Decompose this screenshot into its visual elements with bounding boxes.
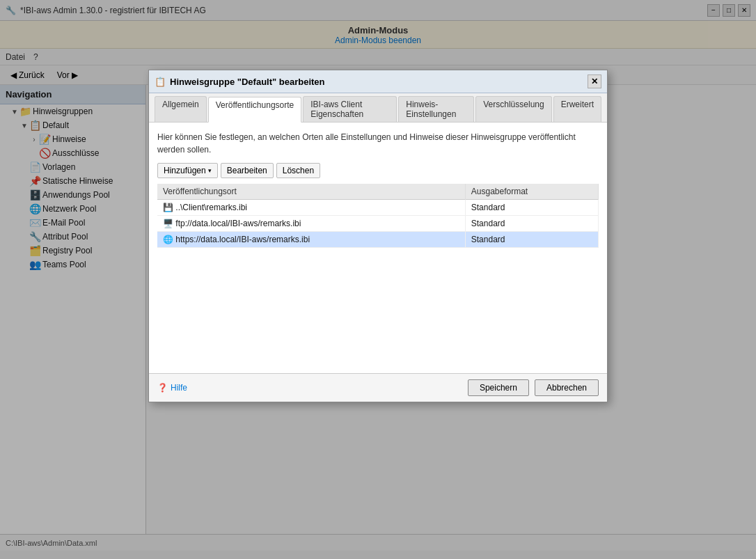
table-row[interactable]: 🌐 https://data.local/IBI-aws/remarks.ibi…	[157, 232, 599, 248]
modal-toolbar: Hinzufügen ▾ Bearbeiten Löschen	[157, 163, 599, 178]
col-path: Veröffentlichungsort	[157, 184, 465, 200]
modal-overlay: 📋 Hinweisgruppe "Default" bearbeiten ✕ A…	[0, 0, 756, 559]
tab-allgemein[interactable]: Allgemein	[155, 96, 207, 122]
row2-format: Standard	[465, 216, 598, 232]
modal-info-text: Hier können Sie festlegen, an welchen Or…	[157, 131, 599, 156]
row2-icon: 🖥️	[163, 219, 173, 228]
row1-format: Standard	[465, 200, 598, 216]
edit-label: Bearbeiten	[227, 166, 267, 175]
edit-button[interactable]: Bearbeiten	[221, 163, 274, 178]
row3-path-text: https://data.local/IBI-aws/remarks.ibi	[175, 235, 310, 244]
row2-path: 🖥️ ftp://data.local/IBI-aws/remarks.ibi	[157, 216, 465, 232]
table-header-row: Veröffentlichungsort Ausgabeformat	[157, 184, 599, 200]
modal-close-button[interactable]: ✕	[588, 74, 601, 88]
modal-dialog: 📋 Hinweisgruppe "Default" bearbeiten ✕ A…	[148, 70, 608, 402]
modal-body: Hier können Sie festlegen, an welchen Or…	[149, 123, 607, 373]
row1-icon: 💾	[163, 203, 173, 212]
row3-path: 🌐 https://data.local/IBI-aws/remarks.ibi	[157, 232, 465, 248]
cancel-button[interactable]: Abbrechen	[535, 379, 599, 396]
save-button[interactable]: Speichern	[468, 379, 529, 396]
modal-icon: 📋	[155, 77, 166, 87]
veröffentlichungsorte-table: Veröffentlichungsort Ausgabeformat 💾 ..\…	[157, 184, 599, 248]
add-button[interactable]: Hinzufügen ▾	[157, 163, 218, 178]
tab-erweitert[interactable]: Erweitert	[553, 96, 601, 122]
delete-button[interactable]: Löschen	[276, 163, 320, 178]
tab-hinweis-einstellungen[interactable]: Hinweis-Einstellungen	[398, 96, 474, 122]
table-row[interactable]: 🖥️ ftp://data.local/IBI-aws/remarks.ibi …	[157, 216, 599, 232]
row1-path-text: ..\Client\remarks.ibi	[175, 203, 247, 212]
delete-label: Löschen	[283, 166, 314, 175]
row2-path-text: ftp://data.local/IBI-aws/remarks.ibi	[175, 219, 301, 228]
help-label: Hilfe	[171, 383, 187, 393]
help-link[interactable]: ❓ Hilfe	[157, 383, 187, 393]
col-format: Ausgabeformat	[465, 184, 598, 200]
footer-buttons: Speichern Abbrechen	[468, 379, 599, 396]
row1-path: 💾 ..\Client\remarks.ibi	[157, 200, 465, 216]
row3-icon: 🌐	[163, 235, 173, 244]
tab-veroeffentlichungsorte[interactable]: Veröffentlichungsorte	[208, 97, 302, 123]
add-dropdown-icon: ▾	[208, 167, 212, 174]
modal-footer: ❓ Hilfe Speichern Abbrechen	[149, 373, 607, 402]
modal-title: Hinweisgruppe "Default" bearbeiten	[170, 77, 325, 87]
modal-title-bar: 📋 Hinweisgruppe "Default" bearbeiten ✕	[149, 70, 607, 93]
table-row[interactable]: 💾 ..\Client\remarks.ibi Standard	[157, 200, 599, 216]
tab-ibi-aws-client[interactable]: IBI-aws Client Eigenschaften	[303, 96, 397, 122]
tab-verschluesselung[interactable]: Verschlüsselung	[475, 96, 551, 122]
tab-bar: Allgemein Veröffentlichungsorte IBI-aws …	[149, 93, 607, 123]
help-icon: ❓	[157, 383, 168, 393]
row3-format: Standard	[465, 232, 598, 248]
modal-title-left: 📋 Hinweisgruppe "Default" bearbeiten	[155, 77, 325, 87]
add-label: Hinzufügen	[164, 166, 206, 175]
